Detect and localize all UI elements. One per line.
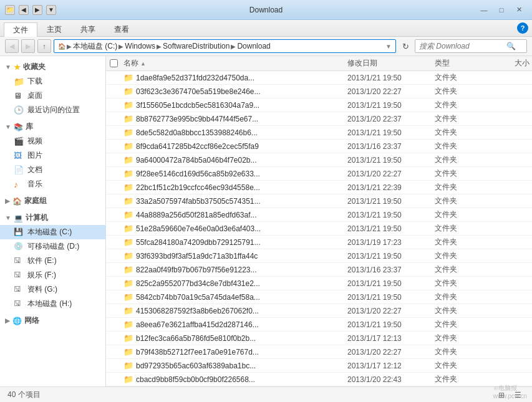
row-check[interactable]	[106, 280, 121, 287]
row-type: 文件夹	[432, 223, 482, 234]
header-date[interactable]: 修改日期	[345, 58, 432, 69]
sidebar-favorites-header[interactable]: ▼ ★ 收藏夹	[0, 60, 105, 74]
up-button[interactable]: ↑	[37, 39, 51, 53]
close-button[interactable]: ✕	[511, 4, 527, 16]
row-check[interactable]	[106, 362, 121, 370]
sidebar-item-e-drive[interactable]: 🖫 软件 (E:)	[0, 254, 105, 268]
table-row[interactable]: 📁 8f9cda6417285b42ccf86e2cec5f5fa9 2013/…	[106, 140, 532, 153]
table-row[interactable]: 📁 4153068287592f3a8b6eb267062f0... 2013/…	[106, 304, 532, 318]
table-row[interactable]: 📁 9a64000472a784b5a046b4f7e02b... 2013/1…	[106, 153, 532, 167]
table-row[interactable]: 📁 51e28a59660e7e46e0a0d3e6af403... 2013/…	[106, 222, 532, 236]
sidebar-item-document[interactable]: 📄 文档	[0, 163, 105, 177]
header-size[interactable]: 大小	[482, 58, 532, 69]
forward-button[interactable]: ▶	[21, 39, 35, 53]
search-input[interactable]	[419, 42, 506, 50]
tab-share[interactable]: 共享	[71, 22, 105, 36]
folder-icon: 📁	[123, 333, 133, 343]
header-name[interactable]: 名称 ▲	[121, 58, 345, 69]
header-check[interactable]	[106, 59, 121, 67]
row-check[interactable]	[106, 225, 121, 232]
table-row[interactable]: 📁 8de5c582d0a8bbcc1353988246b6... 2013/1…	[106, 126, 532, 140]
row-check[interactable]	[106, 88, 121, 95]
watermark-text: ⊙电脑报www.pcw.cn	[493, 384, 527, 400]
sidebar-item-download[interactable]: 📁 下载	[0, 74, 105, 89]
help-button[interactable]: ?	[517, 22, 528, 34]
back-button[interactable]: ◀	[5, 39, 19, 53]
row-check[interactable]	[106, 376, 121, 383]
address-path[interactable]: 🏠 ▶ 本地磁盘 (C:) ▶ Windows ▶ SoftwareDistri…	[54, 39, 396, 53]
sidebar-item-picture[interactable]: 🖼 图片	[0, 148, 105, 163]
sidebar-homegroup-header[interactable]: ▶ 🏠 家庭组	[0, 194, 105, 208]
table-row[interactable]: 📁 9f28ee5146cd169d56ca85b92e633... 2013/…	[106, 167, 532, 181]
table-row[interactable]: 📁 5842cb74bb70a19c5a745da4ef58a... 2013/…	[106, 290, 532, 304]
row-name: 📁 825c2a9552077bd34c8e7dbf431e2...	[121, 279, 345, 288]
row-check[interactable]	[106, 239, 121, 246]
table-row[interactable]: 📁 a8eea67e3621affba415d2d287146... 2013/…	[106, 318, 532, 332]
tab-home[interactable]: 主页	[37, 22, 71, 36]
row-check[interactable]	[106, 115, 121, 123]
row-check[interactable]	[106, 184, 121, 191]
table-row[interactable]: 📁 55fca284180a74209dbb729125791... 2013/…	[106, 236, 532, 249]
row-check[interactable]	[106, 307, 121, 315]
sidebar-item-recent[interactable]: 🕒 最近访问的位置	[0, 103, 105, 117]
row-check[interactable]	[106, 170, 121, 178]
sidebar-item-video[interactable]: 🎬 视频	[0, 134, 105, 148]
path-dropdown-arrow[interactable]: ▼	[385, 43, 392, 50]
table-row[interactable]: 📁 44a8889a256d50f281a85edfd63af... 2013/…	[106, 208, 532, 222]
tab-view[interactable]: 查看	[105, 22, 138, 36]
sidebar-item-c-drive[interactable]: 💾 本地磁盘 (C:)	[0, 225, 105, 239]
row-date: 2013/1/17 12:12	[345, 361, 432, 370]
sidebar-item-f-drive[interactable]: 🖫 娱乐 (F:)	[0, 268, 105, 282]
quick-access-down[interactable]: ▼	[46, 5, 56, 15]
table-row[interactable]: 📁 b79f438b52712f7ee17a0e91e767d... 2013/…	[106, 345, 532, 359]
path-segment-0[interactable]: 本地磁盘 (C:)	[73, 41, 117, 52]
table-row[interactable]: 📁 bd972935b65ac603af6389aba1bc... 2013/1…	[106, 359, 532, 373]
quick-access-forward[interactable]: ▶	[32, 5, 42, 15]
table-row[interactable]: 📁 1dae8fa9e52d371fdd232d4750da... 2013/1…	[106, 71, 532, 85]
row-check[interactable]	[106, 348, 121, 356]
search-box[interactable]: 🔍	[415, 39, 527, 53]
quick-access-back[interactable]: ◀	[19, 5, 29, 15]
header-type[interactable]: 类型	[432, 58, 482, 69]
table-row[interactable]: 📁 822aa0f49fb97b067b97f56e91223... 2013/…	[106, 263, 532, 277]
sidebar-computer-header[interactable]: ▼ 💻 计算机	[0, 211, 105, 225]
table-row[interactable]: 📁 03f623c3e367470e5a519be8e246e... 2013/…	[106, 85, 532, 98]
row-check[interactable]	[106, 335, 121, 342]
path-segment-3[interactable]: Download	[237, 42, 270, 50]
tab-file[interactable]: 文件	[4, 22, 37, 37]
table-row[interactable]: 📁 93f6393bd9f3af51a9dc71a3b1ffa44c 2013/…	[106, 249, 532, 263]
e-drive-icon: 🖫	[14, 256, 24, 266]
sidebar-item-music[interactable]: ♪ 音乐	[0, 177, 105, 191]
row-check[interactable]	[106, 102, 121, 109]
path-segment-1[interactable]: Windows	[125, 42, 155, 50]
sidebar-item-g-drive[interactable]: 🖫 资料 (G:)	[0, 282, 105, 297]
sidebar-item-d-drive[interactable]: 💿 可移动磁盘 (D:)	[0, 239, 105, 254]
table-row[interactable]: 📁 22bc1f51c2b19ccfcc46ec93d4558e... 2013…	[106, 181, 532, 194]
row-check[interactable]	[106, 266, 121, 274]
sidebar-item-desktop[interactable]: 🖥 桌面	[0, 89, 105, 103]
select-all-checkbox[interactable]	[110, 59, 118, 67]
maximize-button[interactable]: □	[493, 4, 510, 16]
row-check[interactable]	[106, 156, 121, 164]
sidebar-libraries-header[interactable]: ▼ 📚 库	[0, 120, 105, 134]
row-check[interactable]	[106, 294, 121, 301]
table-row[interactable]: 📁 cbacd9bb8f59cb0b0cf9b0f226568... 2013/…	[106, 373, 532, 386]
table-row[interactable]: 📁 8b8762773e995bc9bb447f44f5e67... 2013/…	[106, 112, 532, 126]
row-check[interactable]	[106, 74, 121, 82]
row-name: 📁 9a64000472a784b5a046b4f7e02b...	[121, 155, 345, 165]
row-check[interactable]	[106, 129, 121, 136]
row-check[interactable]	[106, 321, 121, 328]
path-segment-2[interactable]: SoftwareDistribution	[163, 42, 230, 50]
row-check[interactable]	[106, 143, 121, 150]
minimize-button[interactable]: —	[476, 4, 492, 16]
sidebar-item-h-drive[interactable]: 🖫 本地磁盘 (H:)	[0, 297, 105, 311]
table-row[interactable]: 📁 b12fec3ca66a5b786fd5e810f0b2b... 2013/…	[106, 332, 532, 345]
row-check[interactable]	[106, 198, 121, 205]
table-row[interactable]: 📁 825c2a9552077bd34c8e7dbf431e2... 2013/…	[106, 277, 532, 290]
row-check[interactable]	[106, 252, 121, 260]
sidebar-network-header[interactable]: ▶ 🌐 网络	[0, 313, 105, 328]
row-check[interactable]	[106, 211, 121, 219]
table-row[interactable]: 📁 3f155605e1bcdcb5ec5816304a7a9... 2013/…	[106, 98, 532, 112]
refresh-button[interactable]: ↻	[399, 39, 412, 53]
table-row[interactable]: 📁 33a2a5075974fab5b37505c574351... 2013/…	[106, 194, 532, 208]
